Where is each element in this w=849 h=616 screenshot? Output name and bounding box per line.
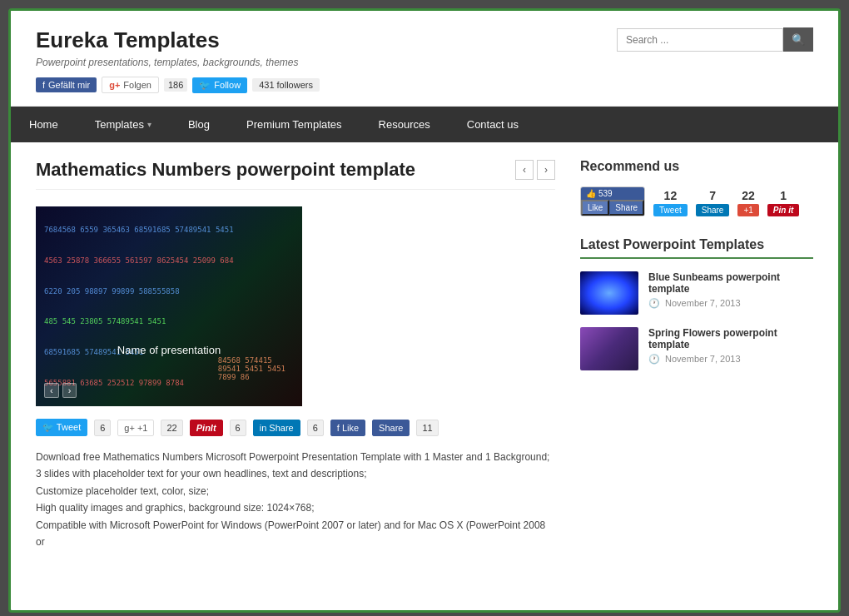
article-header: Mathematics Numbers powerpoint template … xyxy=(36,159,555,190)
social-share-bar: 🐦 Tweet 6 g+ +1 22 PinIt 6 in Share 6 f … xyxy=(36,419,555,436)
sidebar: Recommend us 👍 539 Like Share xyxy=(580,159,813,550)
tweet-widget-count: 12 xyxy=(664,189,678,202)
latest-template-date-1: 🕐 November 7, 2013 xyxy=(648,298,813,309)
facebook-like-button[interactable]: f Gefällt mir xyxy=(36,77,97,92)
social-widgets-row: 👍 539 Like Share 12 Tweet xyxy=(580,186,813,216)
nav-contact-label: Contact us xyxy=(467,118,519,131)
search-input[interactable] xyxy=(617,28,783,52)
desc-line-3: Customize placeholder text, color, size; xyxy=(36,483,555,499)
gplus-share-button[interactable]: g+ +1 xyxy=(117,420,154,436)
twitter-follow-button[interactable]: 🐦 Follow xyxy=(192,77,247,93)
pin-count: 6 xyxy=(230,420,246,436)
pinterest-action-button[interactable]: Pin it xyxy=(767,204,799,216)
latest-title: Latest Powerpoint Templates xyxy=(580,237,813,259)
article-title: Mathematics Numbers powerpoint template xyxy=(36,159,415,181)
tweet-button[interactable]: 🐦 Tweet xyxy=(36,419,87,436)
template-image-wrapper: 7684568 6559 365463 68591685 57489541 54… xyxy=(36,206,302,406)
latest-template-date-2: 🕐 November 7, 2013 xyxy=(648,354,813,365)
site-title: Eureka Templates xyxy=(36,27,320,53)
number-row-4: 485 545 23805 57489541 5451 xyxy=(44,317,294,325)
thumbs-up-icon: 👍 xyxy=(586,189,596,198)
number-row-3: 6220 205 98897 99899 588555858 xyxy=(44,287,294,296)
latest-template-name-1[interactable]: Blue Sunbeams powerpoint template xyxy=(648,271,813,295)
pinterest-widget: 1 Pin it xyxy=(767,189,799,216)
fb-count: 539 xyxy=(598,189,613,198)
nav-home-label: Home xyxy=(29,118,58,131)
template-thumbnail-1[interactable] xyxy=(580,271,638,315)
latest-item-info-1: Blue Sunbeams powerpoint template 🕐 Nove… xyxy=(648,271,813,309)
gplus-share-count: 22 xyxy=(161,420,182,436)
blue-sunbeams-thumbnail xyxy=(580,271,638,315)
facebook-share-btn2[interactable]: Share xyxy=(372,420,410,436)
tweet-widget: 12 Tweet xyxy=(653,189,688,216)
gplus-widget: 22 +1 xyxy=(737,189,758,216)
number-overlay-bottom: 84568 57441589541 5451 54517899 86 xyxy=(218,356,285,381)
fb-share-btn[interactable]: Share xyxy=(609,200,644,216)
image-prev-button[interactable]: ‹ xyxy=(44,383,59,398)
prev-article-button[interactable]: ‹ xyxy=(515,160,534,180)
nav-item-premium[interactable]: Premium Templates xyxy=(228,107,360,142)
latest-date-text-2: November 7, 2013 xyxy=(665,354,741,364)
number-row-1: 7684568 6559 365463 68591685 57489541 54… xyxy=(44,226,294,234)
number-row-2: 4563 25878 366655 561597 8625454 25099 6… xyxy=(44,256,294,265)
latest-item-info-2: Spring Flowers powerpoint template 🕐 Nov… xyxy=(648,327,813,365)
content-area: Mathematics Numbers powerpoint template … xyxy=(36,159,555,550)
gplus-action-button[interactable]: +1 xyxy=(737,204,758,216)
latest-section: Latest Powerpoint Templates Blue Sunbeam… xyxy=(580,237,813,370)
article-navigation: ‹ › xyxy=(515,160,555,180)
facebook-icon: f xyxy=(42,80,45,90)
gplus-count: 186 xyxy=(164,78,187,92)
image-next-button[interactable]: › xyxy=(62,383,77,398)
spring-flowers-thumbnail xyxy=(580,327,638,370)
linkedin-count: 6 xyxy=(307,420,324,436)
gp-widget-count: 22 xyxy=(742,189,755,202)
fb-like-label: Gefällt mir xyxy=(48,80,90,90)
template-thumbnail-2[interactable] xyxy=(580,327,638,370)
nav-item-resources[interactable]: Resources xyxy=(360,107,449,142)
clock-icon-1: 🕐 xyxy=(648,298,660,309)
tweet-count: 6 xyxy=(94,420,111,436)
recommend-section: Recommend us 👍 539 Like Share xyxy=(580,159,813,216)
tweet-action-button[interactable]: Tweet xyxy=(653,204,688,216)
nav-item-blog[interactable]: Blog xyxy=(170,107,228,142)
list-item: Blue Sunbeams powerpoint template 🕐 Nove… xyxy=(580,271,813,315)
twitter-label: Follow xyxy=(214,80,241,90)
site-header: Eureka Templates Powerpoint presentation… xyxy=(11,11,838,107)
gplus-follow-button[interactable]: g+ Folgen xyxy=(102,77,159,93)
presentation-name-label: Name of presentation xyxy=(117,344,221,356)
nav-item-home[interactable]: Home xyxy=(11,107,77,142)
linkedin-action-button[interactable]: Share xyxy=(696,204,730,216)
facebook-share-button[interactable]: f Like xyxy=(330,420,365,436)
next-article-button[interactable]: › xyxy=(537,160,555,180)
desc-line-5: Compatible with Microsoft PowerPoint for… xyxy=(36,517,555,551)
templates-dropdown-icon: ▾ xyxy=(147,120,151,129)
gplus-icon: g+ xyxy=(109,80,120,90)
nav-item-contact[interactable]: Contact us xyxy=(449,107,537,142)
search-button[interactable]: 🔍 xyxy=(783,27,813,52)
linkedin-share-button[interactable]: in Share xyxy=(253,420,300,436)
fb-actions: Like Share xyxy=(581,200,644,216)
nav-premium-label: Premium Templates xyxy=(246,118,342,131)
pinterest-button[interactable]: PinIt xyxy=(190,420,223,436)
main-nav: Home Templates ▾ Blog Premium Templates … xyxy=(11,107,838,142)
linkedin-widget: 7 Share xyxy=(696,189,730,216)
clock-icon-2: 🕐 xyxy=(648,354,660,365)
site-branding: Eureka Templates Powerpoint presentation… xyxy=(36,27,320,93)
image-nav: ‹ › xyxy=(44,383,77,398)
nav-blog-label: Blog xyxy=(188,118,210,131)
search-box: 🔍 xyxy=(617,27,813,52)
li-widget-count: 7 xyxy=(709,189,716,202)
template-image: 7684568 6559 365463 68591685 57489541 54… xyxy=(36,206,302,406)
social-buttons: f Gefällt mir g+ Folgen 186 🐦 Follow 431 xyxy=(36,77,320,93)
facebook-count: 11 xyxy=(416,420,438,436)
nav-item-templates[interactable]: Templates ▾ xyxy=(77,107,170,142)
latest-template-name-2[interactable]: Spring Flowers powerpoint template xyxy=(648,327,813,350)
nav-resources-label: Resources xyxy=(379,118,430,131)
site-tagline: Powerpoint presentations, templates, bac… xyxy=(36,57,320,68)
gplus-label: Folgen xyxy=(123,80,151,90)
twitter-icon: 🐦 xyxy=(199,80,211,91)
desc-line-1: Download free Mathematics Numbers Micros… xyxy=(36,449,555,465)
fb-like-button[interactable]: Like xyxy=(581,200,609,216)
nav-templates-label: Templates xyxy=(95,118,144,131)
pin-widget-count: 1 xyxy=(780,189,787,202)
